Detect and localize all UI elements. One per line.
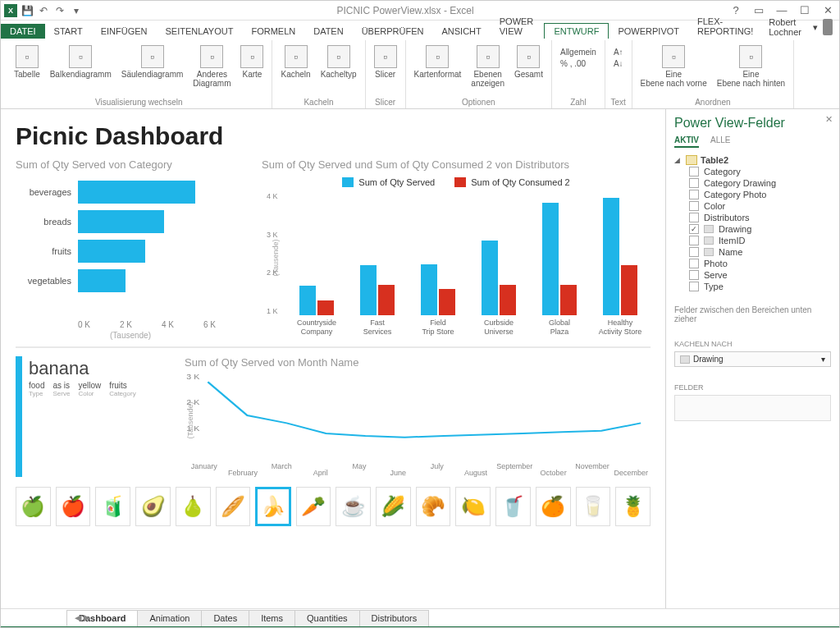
field-item[interactable]: Photo <box>689 258 831 269</box>
legend-label: Sum of Qty Consumed 2 <box>471 177 569 187</box>
field-item[interactable]: Category Drawing <box>689 177 831 189</box>
tile-item[interactable]: 🍋 <box>455 487 491 526</box>
ribbon-button[interactable]: ▫Ebenenanzeigen <box>468 44 508 89</box>
tile-item[interactable]: 🥤 <box>495 487 531 526</box>
tab-view[interactable]: ANSICHT <box>432 24 490 39</box>
ribbon-button[interactable]: ▫Kartenformat <box>411 44 465 89</box>
checkbox[interactable] <box>689 259 699 268</box>
tab-data[interactable]: DATEN <box>304 24 352 39</box>
felder-dropzone[interactable] <box>674 395 831 421</box>
checkbox[interactable] <box>689 190 699 199</box>
field-item[interactable]: Color <box>689 200 831 212</box>
ribbon-button[interactable]: ▫Slicer <box>371 44 400 80</box>
tile-item[interactable]: 🧃 <box>95 487 130 526</box>
tile-item[interactable]: 🥑 <box>135 487 171 526</box>
user-area[interactable]: Robert Lochner ▾ <box>762 16 839 39</box>
collapse-icon[interactable]: ◢ <box>674 156 682 164</box>
ribbon-button[interactable]: ▫Kacheln <box>277 44 313 80</box>
field-item[interactable]: Category <box>689 166 831 177</box>
checkbox[interactable] <box>689 236 699 245</box>
tab-powerview[interactable]: POWER VIEW <box>491 14 545 39</box>
checkbox[interactable] <box>689 178 699 188</box>
avatar <box>823 19 833 35</box>
ribbon-button[interactable]: ▫Balkendiagramm <box>47 44 115 89</box>
pane-close-icon[interactable]: ✕ <box>825 114 833 125</box>
tile-item[interactable]: 🥕 <box>296 487 331 526</box>
field-name: Type <box>704 282 724 291</box>
tile-item[interactable]: 🥛 <box>576 487 611 526</box>
tile-item[interactable]: ☕ <box>336 487 371 526</box>
ribbon-group: ▫Kartenformat▫Ebenenanzeigen▫GesamtOptio… <box>406 40 552 108</box>
field-tree: ◢ Table2 CategoryCategory DrawingCategor… <box>674 154 831 292</box>
pane-tab-all[interactable]: ALLE <box>710 135 730 148</box>
tab-start[interactable]: START <box>45 24 92 39</box>
tile-item[interactable]: 🍎 <box>56 487 91 526</box>
tab-flex[interactable]: FLEX-Reporting! <box>688 14 762 39</box>
sheet-nav[interactable]: ◀ ▶ <box>75 612 90 623</box>
tab-file[interactable]: DATEI <box>1 24 45 39</box>
chart-distributors[interactable]: Sum of Qty Served und Sum of Qty Consume… <box>262 158 651 340</box>
pane-tab-active[interactable]: AKTIV <box>674 135 699 148</box>
ribbon-button[interactable]: ▫Karte <box>237 44 267 89</box>
field-item[interactable]: Category Photo <box>689 189 831 200</box>
tile-item[interactable]: 🌽 <box>376 487 411 526</box>
checkbox[interactable] <box>689 167 699 176</box>
kacheln-dropdown[interactable]: Drawing ▾ <box>674 351 831 367</box>
tile-item[interactable]: 🥖 <box>216 487 251 526</box>
hbar-fill <box>78 181 195 204</box>
sheet-tab[interactable]: Dates <box>201 610 249 626</box>
tile-item[interactable]: 🍍 <box>615 487 651 526</box>
ribbon-button[interactable]: ▫EineEbene nach vorne <box>637 44 710 89</box>
tile-strip[interactable]: 🍏🍎🧃🥑🍐🥖🍌🥕☕🌽🥐🍋🥤🍊🥛🍍 <box>16 487 651 526</box>
qat-more-icon[interactable]: ▾ <box>70 4 83 17</box>
ribbon-button[interactable]: ▫Gesamt <box>511 44 546 89</box>
ribbon-small-item[interactable]: A↑ <box>610 47 627 57</box>
vbar-served <box>542 203 559 316</box>
field-item[interactable]: Name <box>689 246 831 258</box>
tab-formulas[interactable]: FORMELN <box>242 24 304 39</box>
field-item[interactable]: Distributors <box>689 212 831 223</box>
hbar-row: fruits <box>16 236 245 266</box>
tile-item[interactable]: 🍊 <box>536 487 571 526</box>
field-item[interactable]: ItemID <box>689 235 831 246</box>
item-card[interactable]: banana foodTypeas isServeyellowColorfrui… <box>16 356 171 477</box>
field-item[interactable]: Serve <box>689 269 831 281</box>
field-item[interactable]: ✓Drawing <box>689 223 831 235</box>
ribbon-small-item[interactable]: % , .00 <box>557 58 600 69</box>
tab-powerpivot[interactable]: POWERPIVOT <box>609 24 688 39</box>
ribbon-group-title: Text <box>611 98 626 108</box>
undo-icon[interactable]: ↶ <box>37 4 50 17</box>
sheet-tab[interactable]: Quantities <box>294 610 360 626</box>
hbar-fill <box>78 269 126 292</box>
chart-category[interactable]: Sum of Qty Served von Category beverages… <box>16 158 245 340</box>
checkbox[interactable]: ✓ <box>689 224 699 234</box>
sheet-tab[interactable]: Distributors <box>359 610 430 626</box>
ribbon-button[interactable]: ▫Tabelle <box>11 44 43 89</box>
tile-item[interactable]: 🍏 <box>16 487 51 526</box>
ribbon-button[interactable]: ▫Säulendiagramm <box>118 44 187 89</box>
tile-item[interactable]: 🥐 <box>416 487 451 526</box>
field-item[interactable]: Type <box>689 281 831 292</box>
checkbox[interactable] <box>689 213 699 222</box>
tile-item[interactable]: 🍌 <box>255 487 290 526</box>
ribbon-small-item[interactable]: Allgemein <box>557 47 600 57</box>
ribbon-small-item[interactable]: A↓ <box>610 58 627 69</box>
redo-icon[interactable]: ↷ <box>53 4 66 17</box>
tile-item[interactable]: 🍐 <box>176 487 211 526</box>
checkbox[interactable] <box>689 247 699 257</box>
checkbox[interactable] <box>689 201 699 211</box>
ribbon-button[interactable]: ▫Kacheltyp <box>317 44 360 80</box>
sheet-tab[interactable]: Animation <box>137 610 202 626</box>
tab-review[interactable]: ÜBERPRÜFEN <box>353 24 433 39</box>
sheet-tab[interactable]: Items <box>249 610 295 626</box>
tab-insert[interactable]: EINFÜGEN <box>92 24 157 39</box>
ribbon-button[interactable]: ▫AnderesDiagramm <box>189 44 234 89</box>
tree-table-node[interactable]: ◢ Table2 <box>674 154 831 166</box>
ribbon-button[interactable]: ▫EineEbene nach hinten <box>714 44 788 89</box>
chart-month[interactable]: Sum of Qty Served von Month Name (Tausen… <box>185 356 651 477</box>
tab-pagelayout[interactable]: SEITENLAYOUT <box>156 24 242 39</box>
checkbox[interactable] <box>689 270 699 280</box>
checkbox[interactable] <box>689 282 699 291</box>
save-icon[interactable]: 💾 <box>21 4 34 17</box>
tab-design[interactable]: ENTWURF <box>544 23 609 39</box>
